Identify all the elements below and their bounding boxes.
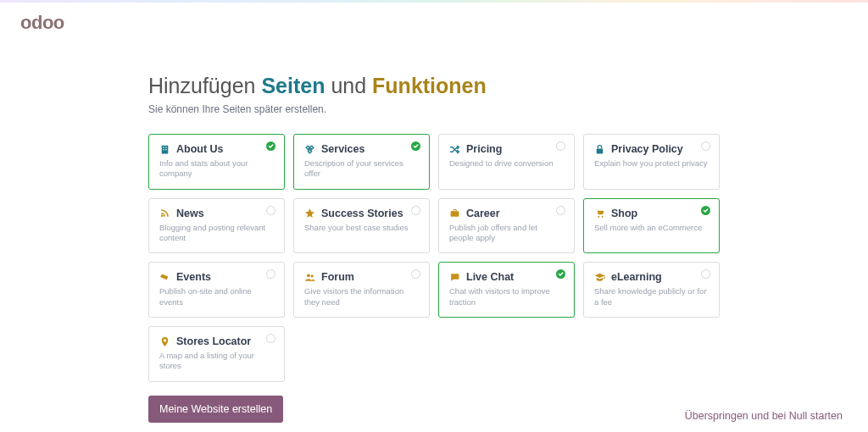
users-icon xyxy=(304,272,315,283)
svg-point-9 xyxy=(602,216,604,218)
feature-card-elearning[interactable]: eLearningShare knowledge publicly or for… xyxy=(583,262,720,318)
card-title: Success Stories xyxy=(304,208,419,219)
empty-circle-icon xyxy=(411,206,420,215)
empty-circle-icon xyxy=(266,269,275,279)
logo: odoo xyxy=(20,12,64,34)
empty-circle-icon xyxy=(266,206,275,215)
svg-rect-2 xyxy=(165,147,166,147)
page-title: Hinzufügen Seiten und Funktionen xyxy=(148,74,720,98)
card-description: Sell more with an eCommerce xyxy=(594,223,709,233)
check-icon xyxy=(701,206,710,215)
briefcase-icon xyxy=(449,208,460,219)
card-title-text: Pricing xyxy=(466,143,502,155)
card-title: Events xyxy=(159,271,274,283)
feature-card-news[interactable]: NewsBlogging and posting relevant conten… xyxy=(148,198,285,254)
check-icon xyxy=(411,141,420,151)
page-subtitle: Sie können Ihre Seiten später erstellen. xyxy=(148,103,720,115)
empty-circle-icon xyxy=(266,334,275,343)
lock-icon xyxy=(594,144,605,155)
card-title: Shop xyxy=(594,208,709,219)
card-description: Chat with visitors to improve traction xyxy=(449,286,564,307)
check-icon xyxy=(266,141,275,151)
card-description: Publish on-site and online events xyxy=(159,286,274,307)
chat-icon xyxy=(449,272,460,283)
shuffle-icon xyxy=(449,144,460,155)
check-icon xyxy=(556,269,565,279)
card-description: Give visitors the information they need xyxy=(304,286,419,307)
svg-point-10 xyxy=(307,274,310,277)
rss-icon xyxy=(159,208,170,219)
card-description: Description of your services offer xyxy=(304,158,419,180)
card-title-text: eLearning xyxy=(611,271,662,283)
card-title: Pricing xyxy=(449,143,564,155)
card-description: Publish job offers and let people apply xyxy=(449,223,564,244)
card-title-text: Services xyxy=(321,143,364,155)
card-title-text: Events xyxy=(176,271,211,283)
empty-circle-icon xyxy=(556,206,565,215)
card-title-text: Stores Locator xyxy=(176,335,251,347)
card-description: Info and stats about your company xyxy=(159,158,274,180)
heading-part4: Funktionen xyxy=(372,74,487,97)
decorative-top-bar xyxy=(0,0,868,3)
empty-circle-icon xyxy=(701,141,710,151)
card-description: Share knowledge publicly or for a fee xyxy=(594,286,709,307)
ticket-icon xyxy=(159,272,170,283)
svg-rect-0 xyxy=(162,145,169,153)
card-title: News xyxy=(159,208,274,219)
empty-circle-icon xyxy=(556,141,565,151)
svg-rect-1 xyxy=(163,147,164,147)
card-title: About Us xyxy=(159,143,274,155)
card-title: Privacy Policy xyxy=(594,143,709,155)
card-title: Live Chat xyxy=(449,271,564,283)
svg-rect-4 xyxy=(165,148,166,149)
offer-icon xyxy=(304,144,315,155)
card-description: Share your best case studies xyxy=(304,223,419,233)
svg-rect-3 xyxy=(163,148,164,149)
cart-icon xyxy=(594,208,605,219)
svg-rect-7 xyxy=(451,212,459,218)
card-description: A map and a listing of your stores xyxy=(159,351,274,372)
card-title-text: About Us xyxy=(176,143,224,155)
card-title-text: News xyxy=(176,208,204,219)
card-description: Blogging and posting relevant content xyxy=(159,223,274,244)
svg-point-11 xyxy=(311,274,314,277)
card-title: Career xyxy=(449,208,564,219)
building-icon xyxy=(159,144,170,155)
create-website-button[interactable]: Meine Website erstellen xyxy=(148,396,283,423)
empty-circle-icon xyxy=(701,269,710,279)
skip-link[interactable]: Überspringen und bei Null starten xyxy=(685,410,843,422)
feature-card-pricing[interactable]: PricingDesigned to drive conversion xyxy=(438,134,575,190)
pin-icon xyxy=(159,336,170,347)
card-description: Designed to drive conversion xyxy=(449,158,564,169)
feature-card-success-stories[interactable]: Success StoriesShare your best case stud… xyxy=(293,198,430,254)
feature-card-shop[interactable]: ShopSell more with an eCommerce xyxy=(583,198,720,254)
feature-card-about-us[interactable]: About UsInfo and stats about your compan… xyxy=(148,134,285,190)
empty-circle-icon xyxy=(411,269,420,279)
feature-card-privacy-policy[interactable]: Privacy PolicyExplain how you protect pr… xyxy=(583,134,720,190)
card-title-text: Success Stories xyxy=(321,208,403,219)
graduation-icon xyxy=(594,272,605,283)
heading-part3: und xyxy=(325,74,372,97)
feature-card-events[interactable]: EventsPublish on-site and online events xyxy=(148,262,285,318)
card-title: Forum xyxy=(304,271,419,283)
star-icon xyxy=(304,208,315,219)
card-title: Services xyxy=(304,143,419,155)
card-description: Explain how you protect privacy xyxy=(594,158,709,169)
feature-card-services[interactable]: ServicesDescription of your services off… xyxy=(293,134,430,190)
svg-point-8 xyxy=(598,216,599,218)
card-title: Stores Locator xyxy=(159,335,274,347)
feature-card-forum[interactable]: ForumGive visitors the information they … xyxy=(293,262,430,318)
card-title: eLearning xyxy=(594,271,709,283)
card-title-text: Shop xyxy=(611,208,637,219)
feature-card-live-chat[interactable]: Live ChatChat with visitors to improve t… xyxy=(438,262,575,318)
card-title-text: Forum xyxy=(321,271,354,283)
card-title-text: Live Chat xyxy=(466,271,514,283)
heading-part2: Seiten xyxy=(261,74,325,97)
feature-card-stores-locator[interactable]: Stores LocatorA map and a listing of you… xyxy=(148,326,285,382)
feature-card-career[interactable]: CareerPublish job offers and let people … xyxy=(438,198,575,254)
heading-part1: Hinzufügen xyxy=(148,74,261,97)
card-title-text: Privacy Policy xyxy=(611,143,683,155)
svg-rect-5 xyxy=(597,148,604,153)
card-title-text: Career xyxy=(466,208,500,219)
main-content: Hinzufügen Seiten und Funktionen Sie kön… xyxy=(0,3,868,423)
